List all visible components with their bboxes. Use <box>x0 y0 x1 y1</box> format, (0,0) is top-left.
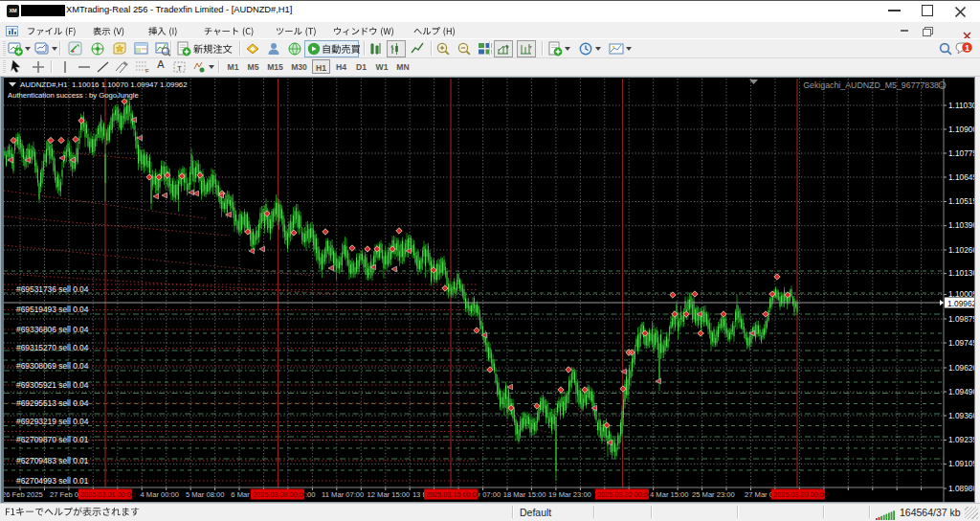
svg-text:1.09235: 1.09235 <box>948 435 974 444</box>
svg-text:1.10645: 1.10645 <box>948 172 974 182</box>
svg-text:#62709483 sell 0.01: #62709483 sell 0.01 <box>16 456 89 465</box>
svg-text:1: 1 <box>965 43 969 53</box>
svg-text:1.10130: 1.10130 <box>948 268 974 278</box>
svg-text:#69308069 sell 0.04: #69308069 sell 0.04 <box>16 361 89 371</box>
svg-text:1.09360: 1.09360 <box>948 411 974 420</box>
svg-text:12 Mar 15:00: 12 Mar 15:00 <box>368 490 411 499</box>
svg-text:r 07:00: r 07:00 <box>479 490 501 499</box>
svg-text:1.09620: 1.09620 <box>948 363 974 373</box>
svg-text:1.09105: 1.09105 <box>948 459 974 468</box>
svg-text:1.10515: 1.10515 <box>948 196 974 206</box>
svg-text:Gekigachi_AUDNZD_M5_96777838: Gekigachi_AUDNZD_M5_96777838 <box>803 80 939 90</box>
svg-text:1.09490: 1.09490 <box>948 387 974 396</box>
svg-text:19 Mar 23:00: 19 Mar 23:00 <box>548 490 591 499</box>
svg-text:1.10900: 1.10900 <box>948 125 974 134</box>
svg-text:1.10775: 1.10775 <box>948 148 974 158</box>
svg-text:Authentication success : by Go: Authentication success : by GogoJungle <box>8 91 139 100</box>
svg-text:#69295513 sell 0.04: #69295513 sell 0.04 <box>16 398 89 408</box>
svg-text:2025.03.08 00:00: 2025.03.08 00:00 <box>253 490 307 499</box>
svg-text:#62704993 sell 0.01: #62704993 sell 0.01 <box>16 476 89 486</box>
svg-text:#62709870 sell 0.01: #62709870 sell 0.01 <box>16 435 89 444</box>
svg-text:18 Mar 15:00: 18 Mar 15:00 <box>503 490 546 499</box>
svg-text:1.09745: 1.09745 <box>948 338 974 348</box>
svg-text:1.09962: 1.09962 <box>947 299 974 308</box>
svg-text:AUDNZD#,H1 1.10016 1.10070 1.: AUDNZD#,H1 1.10016 1.10070 1.09947 1.099… <box>20 80 188 89</box>
svg-text:2025.03.29 00:00: 2025.03.29 00:00 <box>773 490 828 499</box>
svg-text:1.10260: 1.10260 <box>948 245 974 255</box>
svg-text:1.10390: 1.10390 <box>948 220 974 230</box>
svg-text:T: T <box>177 64 182 73</box>
svg-text:#69519493 sell 0.04: #69519493 sell 0.04 <box>16 305 89 314</box>
svg-text:2025.03.22 00:00: 2025.03.22 00:00 <box>597 490 652 499</box>
svg-text:2025.03.15 00:00: 2025.03.15 00:00 <box>426 490 480 499</box>
svg-text:#69336806 sell 0.04: #69336806 sell 0.04 <box>16 325 89 334</box>
svg-text:25 Mar 23:00: 25 Mar 23:00 <box>692 490 735 499</box>
svg-text:#69315270 sell 0.04: #69315270 sell 0.04 <box>16 343 89 352</box>
svg-text:F: F <box>145 68 149 74</box>
svg-text:#69293219 sell 0.04: #69293219 sell 0.04 <box>16 417 89 426</box>
svg-text:1.09875: 1.09875 <box>948 314 974 324</box>
svg-text:1.11030: 1.11030 <box>948 101 974 110</box>
svg-text:4 Mar 15:00: 4 Mar 15:00 <box>650 490 689 499</box>
svg-text:#69305921 sell 0.04: #69305921 sell 0.04 <box>16 380 89 390</box>
svg-text:#69531736 sell 0.04: #69531736 sell 0.04 <box>16 284 89 294</box>
svg-text:11 Mar 07:00: 11 Mar 07:00 <box>322 490 364 499</box>
svg-text:1.08980: 1.08980 <box>948 484 974 493</box>
